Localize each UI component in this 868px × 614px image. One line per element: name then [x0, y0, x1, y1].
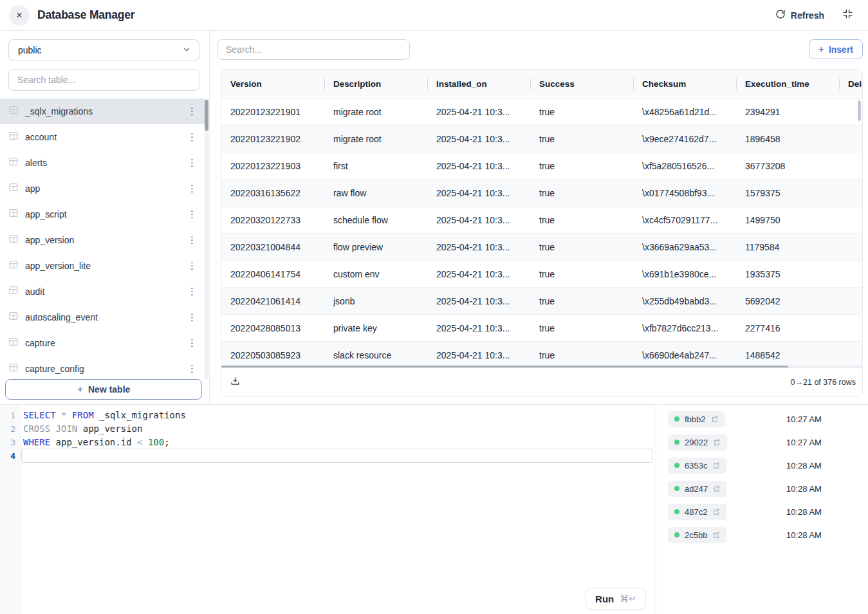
cell-value[interactable]: 1896458	[736, 126, 839, 152]
external-link-icon[interactable]	[711, 415, 719, 423]
cell-value[interactable]: raw flow	[324, 180, 427, 206]
refresh-button[interactable]: Refresh	[775, 9, 824, 21]
insert-button[interactable]: + Insert	[809, 39, 863, 59]
cell-value[interactable]: true	[530, 342, 633, 368]
query-id-pill[interactable]: fbbb2	[668, 411, 725, 427]
sidebar-item-capture_config[interactable]: capture_config⋮	[0, 356, 205, 379]
cell-value[interactable]: \x3669a629aa53...	[633, 234, 736, 260]
kebab-menu-icon[interactable]: ⋮	[182, 362, 202, 376]
cell-value[interactable]: 1935375	[736, 261, 839, 287]
sidebar-item-audit[interactable]: audit⋮	[0, 279, 205, 304]
table-row[interactable]: 20220316135622raw flow2025-04-21 10:3...…	[221, 180, 862, 207]
cell-value[interactable]: migrate root	[324, 126, 427, 152]
close-button[interactable]: ×	[9, 5, 30, 26]
external-link-icon[interactable]	[712, 531, 720, 539]
kebab-menu-icon[interactable]: ⋮	[182, 207, 202, 221]
column-header-Version[interactable]: Version	[221, 70, 324, 98]
code-line[interactable]: SELECT * FROM _sqlx_migrations	[23, 409, 186, 422]
external-link-icon[interactable]	[712, 508, 720, 516]
cell-value[interactable]: first	[324, 153, 427, 179]
kebab-menu-icon[interactable]: ⋮	[182, 310, 202, 324]
exit-fullscreen-button[interactable]	[842, 8, 853, 22]
cell-value[interactable]: 2025-04-21 10:3...	[427, 315, 530, 341]
cell-value[interactable]: 1499750	[736, 207, 839, 233]
sidebar-item-app[interactable]: app⋮	[0, 176, 205, 201]
cell-value[interactable]: true	[530, 126, 633, 152]
table-row[interactable]: 20220123221903first2025-04-21 10:3...tru…	[221, 153, 862, 180]
table-search-input[interactable]	[8, 69, 199, 91]
column-header-Dele[interactable]: Dele	[839, 70, 862, 98]
sidebar-item-app_script[interactable]: app_script⋮	[0, 201, 205, 227]
cell-value[interactable]: 20220123221902	[221, 126, 324, 152]
sidebar-item-_sqlx_migrations[interactable]: _sqlx_migrations⋮	[0, 98, 205, 124]
cell-value[interactable]: 2025-04-21 10:3...	[427, 126, 530, 152]
cell-value[interactable]: 1488542	[736, 342, 839, 368]
cell-value[interactable]: jsonb	[324, 288, 427, 314]
cell-value[interactable]: true	[530, 234, 633, 260]
cell-value[interactable]: 2025-04-21 10:3...	[427, 261, 530, 287]
cell-value[interactable]: custom env	[324, 261, 427, 287]
kebab-menu-icon[interactable]: ⋮	[182, 284, 202, 299]
cell-value[interactable]: \xfb7827d6cc213...	[633, 315, 736, 341]
code-line[interactable]: WHERE app_version.id < 100;	[23, 436, 170, 449]
cell-value[interactable]: true	[530, 288, 633, 314]
cell-value[interactable]: true	[530, 315, 633, 341]
cell-value[interactable]: true	[530, 153, 633, 179]
kebab-menu-icon[interactable]: ⋮	[182, 181, 202, 196]
vertical-scrollbar-thumb[interactable]	[858, 100, 861, 121]
query-id-pill[interactable]: 2c5bb	[668, 527, 726, 543]
cell-value[interactable]: 20220406141754	[221, 261, 324, 287]
cell-value[interactable]: 2394291	[736, 98, 839, 125]
kebab-menu-icon[interactable]: ⋮	[182, 104, 202, 118]
cell-value[interactable]: 20220123221903	[221, 153, 324, 179]
query-id-pill[interactable]: 29022	[668, 434, 727, 451]
cell-value[interactable]: 2277416	[736, 315, 839, 341]
cell-value[interactable]: \x255db49babd3...	[633, 288, 736, 314]
cell-value[interactable]: 20220503085923	[221, 342, 324, 368]
column-header-Description[interactable]: Description	[324, 70, 427, 98]
column-header-Installed_on[interactable]: Installed_on	[427, 70, 530, 98]
cell-value[interactable]: 20220123221901	[221, 98, 324, 125]
cell-value[interactable]: private key	[324, 315, 427, 341]
cell-value[interactable]: 20220421061414	[221, 288, 324, 314]
cell-value[interactable]: 2025-04-21 10:3...	[427, 98, 530, 125]
new-table-button[interactable]: + New table	[5, 379, 202, 400]
table-row[interactable]: 20220123221901migrate root2025-04-21 10:…	[221, 98, 862, 126]
sidebar-item-autoscaling_event[interactable]: autoscaling_event⋮	[0, 304, 205, 330]
cell-value[interactable]: 20220316135622	[221, 180, 324, 206]
table-row[interactable]: 20220406141754custom env2025-04-21 10:3.…	[221, 261, 862, 288]
table-row[interactable]: 20220321004844flow preview2025-04-21 10:…	[221, 234, 862, 261]
cell-value[interactable]: true	[530, 261, 633, 287]
cell-value[interactable]: 20220428085013	[221, 315, 324, 341]
cell-value[interactable]: \xc4cf570291177...	[633, 207, 736, 233]
table-row[interactable]: 20220503085923slack resource2025-04-21 1…	[221, 342, 862, 369]
cell-value[interactable]: \x01774508bf93...	[633, 180, 736, 206]
table-row[interactable]: 20220320122733schedule flow2025-04-21 10…	[221, 207, 862, 234]
sidebar-item-alerts[interactable]: alerts⋮	[0, 150, 205, 176]
query-id-pill[interactable]: 6353c	[668, 458, 726, 474]
table-row[interactable]: 20220428085013private key2025-04-21 10:3…	[221, 315, 862, 342]
cell-value[interactable]: migrate root	[324, 98, 427, 125]
external-link-icon[interactable]	[712, 461, 720, 469]
cell-value[interactable]: 2025-04-21 10:3...	[427, 207, 530, 233]
schema-select[interactable]: public	[8, 39, 199, 61]
cell-value[interactable]: flow preview	[324, 234, 427, 260]
sidebar-item-account[interactable]: account⋮	[0, 124, 205, 150]
sidebar-item-app_version_lite[interactable]: app_version_lite⋮	[0, 253, 205, 279]
column-header-Checksum[interactable]: Checksum	[633, 70, 736, 98]
download-button[interactable]	[230, 376, 241, 389]
cell-value[interactable]: 2025-04-21 10:3...	[427, 342, 530, 368]
editor-active-line[interactable]	[21, 449, 652, 463]
cell-value[interactable]: 20220321004844	[221, 234, 324, 260]
column-header-Execution_time[interactable]: Execution_time	[736, 70, 839, 98]
cell-value[interactable]: 20220320122733	[221, 207, 324, 233]
cell-value[interactable]: \x6690de4ab247...	[633, 342, 736, 368]
table-row[interactable]: 20220123221902migrate root2025-04-21 10:…	[221, 126, 862, 153]
sidebar-item-capture[interactable]: capture⋮	[0, 330, 205, 356]
column-header-Success[interactable]: Success	[530, 70, 633, 98]
kebab-menu-icon[interactable]: ⋮	[182, 233, 202, 247]
cell-value[interactable]: \x48256a61d21d...	[633, 98, 736, 125]
cell-value[interactable]: true	[530, 180, 633, 206]
cell-value[interactable]: 2025-04-21 10:3...	[427, 153, 530, 179]
kebab-menu-icon[interactable]: ⋮	[182, 156, 202, 170]
